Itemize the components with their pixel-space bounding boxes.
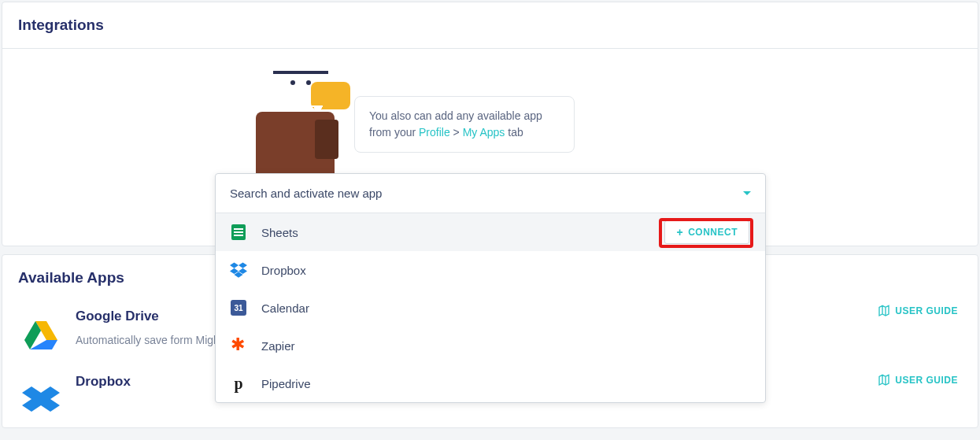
calendar-icon: 31	[230, 299, 247, 316]
sheets-icon	[230, 224, 247, 241]
app-search-dropdown: Search and activate new app Sheets + CON…	[215, 173, 766, 403]
map-icon	[878, 305, 890, 317]
hint-bubble: You also can add any available app from …	[354, 96, 575, 153]
my-apps-link[interactable]: My Apps	[463, 126, 505, 139]
user-guide-label: USER GUIDE	[895, 375, 958, 386]
dropdown-item-dropbox[interactable]: Dropbox	[216, 251, 765, 289]
app-search-placeholder: Search and activate new app	[230, 187, 382, 200]
connect-label: CONNECT	[688, 227, 738, 238]
integrations-header: Integrations	[2, 2, 978, 49]
dropdown-list[interactable]: Sheets + CONNECT Dropbox 31 Calendar Zap…	[216, 213, 765, 402]
dropdown-item-label: Dropbox	[261, 264, 306, 277]
google-drive-icon	[22, 316, 60, 354]
dropdown-item-label: Calendar	[261, 301, 309, 315]
dropdown-item-zapier[interactable]: Zapier	[216, 327, 765, 364]
profile-link[interactable]: Profile	[419, 126, 450, 139]
dropdown-item-pipedrive[interactable]: p Pipedrive	[216, 364, 765, 402]
zapier-icon	[230, 337, 247, 354]
user-guide-label: USER GUIDE	[895, 305, 958, 316]
dropdown-item-label: Sheets	[261, 226, 298, 239]
connect-button[interactable]: + CONNECT	[664, 220, 749, 244]
map-icon	[878, 374, 890, 386]
dropbox-icon	[230, 261, 247, 279]
eagle-mascot-icon	[248, 65, 342, 183]
dropdown-item-label: Pipedrive	[261, 377, 311, 390]
hint-text-suffix: tab	[505, 126, 523, 139]
caret-down-icon	[743, 191, 751, 195]
dropdown-item-calendar[interactable]: 31 Calendar	[216, 289, 765, 327]
app-search-select[interactable]: Search and activate new app	[216, 174, 765, 213]
dropdown-item-sheets[interactable]: Sheets + CONNECT	[216, 213, 765, 251]
hint-sep: >	[450, 126, 463, 139]
pipedrive-icon: p	[230, 375, 247, 392]
mascot-area: You also can add any available app from …	[248, 65, 575, 183]
dropdown-item-label: Zapier	[261, 339, 295, 353]
user-guide-button[interactable]: USER GUIDE	[878, 305, 958, 317]
dropbox-icon	[22, 382, 60, 420]
user-guide-button[interactable]: USER GUIDE	[878, 374, 958, 386]
integrations-title: Integrations	[18, 17, 962, 34]
plus-icon: +	[676, 226, 683, 238]
